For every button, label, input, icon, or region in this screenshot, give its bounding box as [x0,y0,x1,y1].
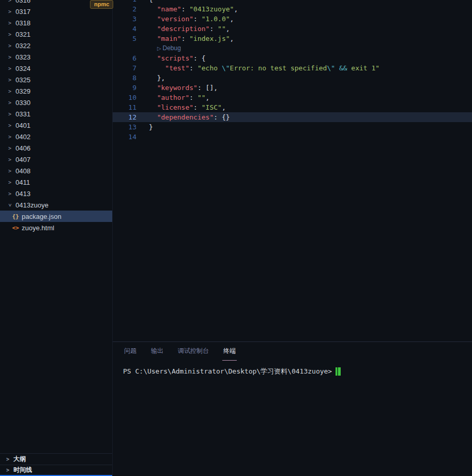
tree-folder-0318[interactable]: >0318 [0,17,112,28]
line-number: 5 [113,34,136,43]
folder-label: 0413zuoye [16,201,49,209]
chevron-right-icon: > [6,88,13,94]
token: exit 1" [347,64,380,72]
token: , [234,5,238,13]
codelens-label: Debug [162,44,180,52]
token: "version" [157,15,193,23]
panel-tab-问题[interactable]: 问题 [123,342,138,361]
chevron-right-icon: > [6,20,13,26]
tree-folder-0407[interactable]: >0407 [0,154,112,165]
code-content: } [149,122,153,132]
folder-label: 0411 [16,178,30,186]
code-line-14[interactable]: 14 [113,132,472,142]
panel-tab-调试控制台[interactable]: 调试控制台 [177,342,210,361]
tree-folder-0406[interactable]: >0406 [0,142,112,154]
code-line-8[interactable]: 8 }, [113,73,472,83]
code-line-13[interactable]: 13} [113,122,472,132]
token: {} [222,113,230,121]
chevron-right-icon: > [4,456,11,462]
folder-label: 0323 [16,53,31,61]
line-number: 10 [113,93,136,102]
code-line-7[interactable]: 7 "test": "echo \"Error: no test specifi… [113,63,472,73]
folder-label: 0317 [16,8,31,16]
panel-tab-输出[interactable]: 输出 [150,342,164,361]
line-number: 4 [113,24,136,34]
tree-folder-0330[interactable]: >0330 [0,97,112,108]
tree-folder-0323[interactable]: >0323 [0,51,112,63]
chevron-right-icon: > [6,157,13,162]
folder-label: 0408 [16,167,31,175]
code-line-3[interactable]: 3 "version": "1.0.0", [113,14,472,24]
tree-folder-0402[interactable]: >0402 [0,131,112,142]
token [149,25,157,33]
token: "1.0.0" [202,15,230,23]
file-label: zuoye.html [22,224,54,232]
chevron-right-icon: > [6,43,13,49]
code-content: "dependencies": {} [149,112,230,122]
tree-folder-0401[interactable]: >0401 [0,120,112,131]
code-line-10[interactable]: 10 "author": "", [113,93,472,102]
code-content: }, [149,73,165,83]
folder-label: 0402 [16,133,31,141]
chevron-right-icon: > [6,66,13,71]
codelens-debug[interactable]: ▷ Debug [157,43,181,53]
token: }, [149,74,165,82]
section-label: 时间线 [13,466,32,474]
tree-folder-0408[interactable]: >0408 [0,165,112,176]
line-number: 7 [113,63,136,73]
tree-folder-0325[interactable]: >0325 [0,74,112,85]
code-line-11[interactable]: 11 "license": "ISC", [113,102,472,112]
token: : [193,15,202,23]
sidebar-section-时间线[interactable]: >时间线 [0,465,112,476]
panel-tab-bar: 问题输出调试控制台终端 [113,342,472,361]
token: "echo [197,64,222,72]
token: : [214,113,222,121]
folder-label: 0329 [16,87,31,95]
chevron-right-icon: > [6,32,13,37]
token [149,5,157,13]
token [149,94,157,101]
token [149,84,157,92]
token: "license" [157,103,193,111]
tree-file-package.json[interactable]: {}package.json [0,211,112,222]
token: "author" [157,94,190,101]
code-line-5[interactable]: 5 "main": "index.js", [113,34,472,43]
code-line-9[interactable]: 9 "keywords": [], [113,83,472,93]
token: "ISC" [202,103,222,111]
terminal[interactable]: PS C:\Users\Administrator\Desktop\学习资料\0… [113,361,472,476]
token: "main" [157,35,181,42]
token: "keywords" [157,84,197,92]
code-line-12[interactable]: 12 "dependencies": {} [113,112,472,122]
folder-label: 0407 [16,156,31,163]
token [149,54,157,62]
token: , [230,15,234,23]
code-editor[interactable]: 1{2 "name": "0413zuoye",3 "version": "1.… [113,0,472,341]
token: "test" [165,64,189,72]
code-line-1[interactable]: 1{ [113,0,472,4]
sidebar-section-大纲[interactable]: >大纲 [0,453,112,465]
token [335,64,339,72]
code-content: "keywords": [], [149,83,218,93]
token: Error: no test specified [230,64,327,72]
folder-label: 0316 [16,0,31,4]
tree-folder-0321[interactable]: >0321 [0,28,112,40]
tree-folder-0329[interactable]: >0329 [0,85,112,97]
code-line-6[interactable]: 6 "scripts": { [113,53,472,63]
token: , [222,103,226,111]
tree-folder-0322[interactable]: >0322 [0,40,112,51]
tree-folder-0331[interactable]: >0331 [0,108,112,120]
codelens-row: ▷ Debug [113,43,472,53]
token: "" [197,94,206,101]
code-line-2[interactable]: 2 "name": "0413zuoye", [113,4,472,14]
panel-tab-终端[interactable]: 终端 [222,342,237,361]
tree-file-zuoye.html[interactable]: <>zuoye.html [0,222,112,233]
tree-folder-0411[interactable]: >0411 [0,176,112,188]
code-line-4[interactable]: 4 "description": "", [113,24,472,34]
chevron-right-icon: > [6,191,13,197]
editor-and-panel: 1{2 "name": "0413zuoye",3 "version": "1.… [113,0,472,476]
tree-folder-0413zuoye[interactable]: >0413zuoye [0,199,112,211]
tree-folder-0324[interactable]: >0324 [0,63,112,74]
tree-folder-0413[interactable]: >0413 [0,188,112,199]
line-number: 8 [113,73,136,83]
chevron-right-icon: > [6,0,13,3]
